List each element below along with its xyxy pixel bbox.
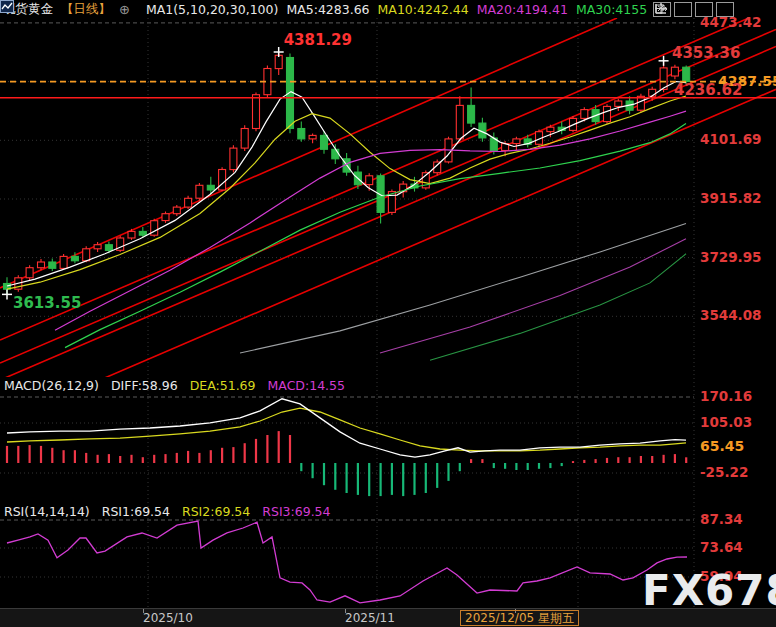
- rsi2-value: RSI2:69.54: [182, 504, 250, 519]
- candle-body[interactable]: [275, 55, 282, 68]
- candle-body[interactable]: [219, 170, 226, 191]
- pan-right-icon[interactable]: [716, 2, 734, 17]
- price-axis-label: 4101.69: [700, 131, 762, 147]
- chart-toolbar: [653, 2, 734, 17]
- macd-dea-value: DEA:51.69: [190, 378, 256, 393]
- price-axis-label: 3729.95: [700, 249, 762, 265]
- candle-body[interactable]: [83, 249, 90, 261]
- candle-body[interactable]: [468, 105, 475, 123]
- candle-body[interactable]: [128, 231, 135, 238]
- candle-body[interactable]: [366, 176, 373, 185]
- period-label[interactable]: 【日线】: [61, 1, 111, 18]
- candle-body[interactable]: [513, 139, 520, 144]
- price-axis-label: 3915.82: [700, 190, 762, 206]
- rsi-header: RSI(14,14,14) RSI1:69.54 RSI2:69.54 RSI3…: [0, 504, 343, 519]
- chart-app: 3613.554381.294473.424101.693915.823729.…: [0, 0, 776, 627]
- candle-body[interactable]: [309, 135, 316, 139]
- macd-axis-label: 170.16: [700, 388, 752, 404]
- candle-body[interactable]: [456, 105, 463, 138]
- candle-body[interactable]: [105, 245, 112, 251]
- candle-body[interactable]: [196, 185, 203, 198]
- rsi-line: [7, 521, 687, 603]
- ma20-value: MA20:4194.41: [477, 2, 568, 17]
- trend-line[interactable]: [0, 6, 776, 340]
- rsi-axis-label: 73.64: [700, 539, 743, 555]
- candle-body[interactable]: [241, 129, 248, 149]
- candle-body[interactable]: [581, 110, 588, 119]
- candle-body[interactable]: [94, 245, 101, 249]
- candle-body[interactable]: [604, 106, 611, 121]
- candle-body[interactable]: [49, 262, 56, 268]
- chart-canvas[interactable]: 3613.554381.294473.424101.693915.823729.…: [0, 0, 776, 627]
- candle-body[interactable]: [38, 262, 45, 268]
- ma10-value: MA10:4242.44: [378, 2, 469, 17]
- candle-body[interactable]: [298, 129, 305, 139]
- trend-line[interactable]: [0, 46, 776, 380]
- macd-header: MACD(26,12,9) DIFF:58.96 DEA:51.69 MACD:…: [0, 378, 357, 393]
- candle-body[interactable]: [253, 95, 260, 129]
- candle-body[interactable]: [139, 231, 146, 235]
- rsi-title[interactable]: RSI(14,14,14): [4, 504, 90, 519]
- candle-body[interactable]: [321, 135, 328, 149]
- candle-body[interactable]: [60, 256, 67, 268]
- candle-body[interactable]: [173, 207, 180, 214]
- axis-zoom-in-icon[interactable]: [674, 2, 692, 17]
- candle-body[interactable]: [615, 101, 622, 106]
- current-date-label[interactable]: 2025/12/05 星期五: [460, 610, 579, 626]
- price-pane: [0, 6, 776, 423]
- macd-hist-value: MACD:14.55: [268, 378, 345, 393]
- candle-body[interactable]: [683, 67, 690, 81]
- rsi-axis-label: 87.34: [700, 511, 743, 527]
- candle-body[interactable]: [71, 256, 78, 260]
- candle-body[interactable]: [162, 214, 169, 221]
- expand-icon[interactable]: ⊕: [119, 2, 130, 17]
- price-axis-label: 3544.08: [700, 307, 762, 323]
- candle-body[interactable]: [332, 149, 339, 159]
- x-axis-label: 2025/10: [143, 611, 193, 625]
- ma-settings-label[interactable]: MA1(5,10,20,30,100): [146, 2, 278, 17]
- rsi3-value: RSI3:69.54: [262, 504, 330, 519]
- macd-title[interactable]: MACD(26,12,9): [4, 378, 99, 393]
- candle-body[interactable]: [26, 268, 33, 278]
- candle-body[interactable]: [185, 198, 192, 207]
- watermark: FX678: [642, 566, 776, 615]
- ma10-line: [7, 96, 686, 289]
- candle-body[interactable]: [547, 127, 554, 131]
- macd-diff-line: [7, 399, 686, 457]
- macd-axis-label: 105.03: [700, 414, 752, 430]
- macd-current-label: 65.45: [700, 438, 744, 454]
- line-price-label: 4353.36: [672, 44, 740, 62]
- extreme-price-label: 3613.55: [13, 294, 81, 312]
- long-ma-3-line: [430, 254, 686, 360]
- extreme-price-label: 4381.29: [284, 31, 352, 49]
- macd-diff-value: DIFF:58.96: [111, 378, 178, 393]
- line-price-label: 4236.62: [674, 81, 742, 99]
- candle-body[interactable]: [230, 148, 237, 170]
- x-axis-label: 2025/11: [345, 611, 395, 625]
- candle-body[interactable]: [207, 185, 214, 190]
- ma5-value: MA5:4283.66: [286, 2, 369, 17]
- axis-zoom-out-icon[interactable]: [695, 2, 713, 17]
- long-ma-2-line: [380, 239, 686, 353]
- rsi1-value: RSI1:69.54: [102, 504, 170, 519]
- candle-body[interactable]: [671, 67, 678, 76]
- ma100-line: [240, 224, 686, 354]
- macd-axis-label: -25.22: [700, 464, 748, 480]
- ma30-value: MA30:4155: [576, 2, 647, 17]
